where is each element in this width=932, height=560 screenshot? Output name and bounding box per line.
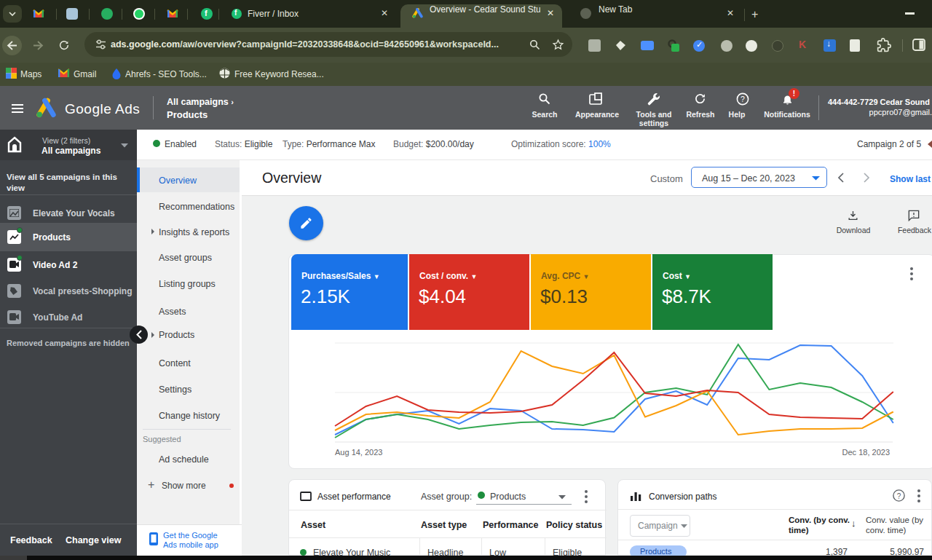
svg-text:?: ?	[897, 492, 901, 500]
svg-text:?: ?	[741, 95, 745, 103]
svg-text:Dec 18, 2023: Dec 18, 2023	[842, 448, 890, 457]
svg-text:Aug 14, 2023: Aug 14, 2023	[335, 448, 382, 457]
